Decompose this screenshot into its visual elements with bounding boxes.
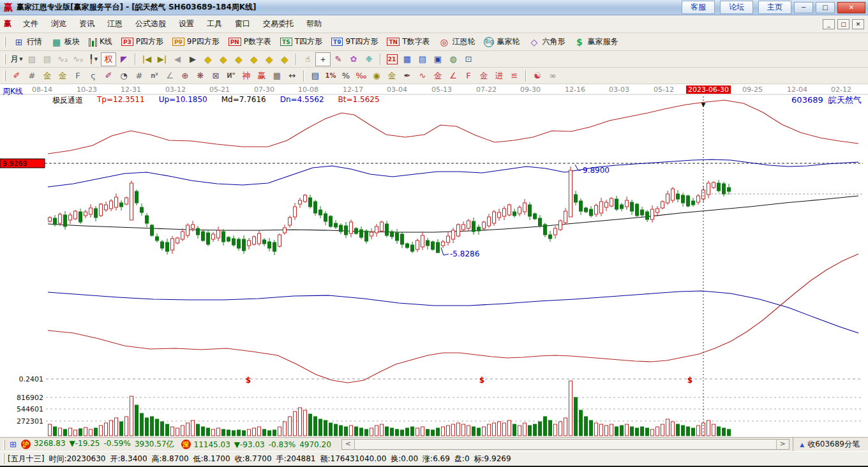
child-restore-button[interactable]: □ (837, 19, 849, 29)
sectors-button[interactable]: ▦板块 (47, 34, 84, 50)
ying-tool-icon[interactable]: 赢 (254, 69, 269, 83)
gold-circle-icon[interactable]: ◉ (369, 69, 384, 83)
angle-measure-icon[interactable]: ∠ (162, 69, 177, 83)
gann-wheel-button[interactable]: ◎江恩轮 (434, 34, 479, 50)
candle-style-dropdown[interactable]: ╿▼ (86, 52, 101, 66)
print-button[interactable]: ⊡ (461, 52, 476, 66)
gann-diamond-star-icon[interactable]: ◆ (277, 52, 292, 66)
scroll-left-button[interactable]: < (342, 440, 355, 449)
t-square-button[interactable]: TST四方形 (276, 34, 327, 50)
nine-p-square-button[interactable]: P99P四方形 (168, 34, 224, 50)
restore-rights-icon[interactable]: 权 (101, 52, 116, 66)
grid-ruler-icon[interactable]: # (24, 69, 40, 83)
trend-tool-icon[interactable]: ≌ (507, 69, 522, 83)
percent-line-icon[interactable]: 1% (323, 69, 338, 83)
flower-mark-button[interactable]: ✿ (346, 52, 361, 66)
network-button[interactable]: ◍ (445, 52, 461, 66)
indicator-colors-icon[interactable]: ◤ (116, 52, 131, 66)
yinyang-icon[interactable]: ☯ (530, 69, 545, 83)
hand-tool-button[interactable]: ☝ (300, 52, 315, 66)
shanghai-index-icon[interactable]: 沪 (21, 440, 31, 449)
forum-link[interactable]: 论坛 (720, 1, 753, 14)
kline-chart-canvas[interactable]: ▼9.8900-5.8286$$$9.92690.240181690254460… (0, 84, 868, 437)
p-square-button[interactable]: P3P四方形 (117, 34, 168, 50)
ma3-icon[interactable]: ∿₃ (55, 52, 70, 66)
measure-lines-icon[interactable]: ▤ (308, 69, 323, 83)
brush2-tool-icon[interactable]: ✐ (101, 69, 116, 83)
menu-tools[interactable]: 工具 (200, 16, 228, 32)
minimize-button[interactable]: ─ (794, 2, 813, 13)
support-link[interactable]: 客服 (682, 1, 715, 14)
child-minimize-button[interactable]: _ (823, 19, 835, 29)
calendar-button[interactable]: 21 (384, 52, 400, 66)
nine-t-square-button[interactable]: T99T四方形 (327, 34, 382, 50)
n-wave-icon[interactable]: И" (223, 69, 239, 83)
save-button[interactable]: ▣ (430, 52, 445, 66)
notes-button[interactable]: ▤ (415, 52, 430, 66)
home-link[interactable]: 主页 (758, 1, 791, 14)
maximize-button[interactable]: □ (816, 2, 835, 13)
n-square-icon[interactable]: n² (147, 69, 162, 83)
hexagon-button[interactable]: ◇六角形 (524, 34, 569, 50)
shenzhen-index-icon[interactable]: 深 (181, 440, 191, 449)
gold-level-icon[interactable]: 金 (384, 69, 400, 83)
angle-line-icon[interactable]: ∠ (445, 69, 461, 83)
percent-tool-icon[interactable]: % (338, 69, 354, 83)
menu-formula-stock-pick[interactable]: 公式选股 (129, 16, 172, 32)
gold-fan-icon[interactable]: 金 (476, 69, 491, 83)
gold-angle-icon[interactable]: 金 (430, 69, 445, 83)
f-line-icon[interactable]: F (461, 69, 476, 83)
gann-diamond-right-icon[interactable]: ◆ (216, 52, 231, 66)
first-page-button[interactable]: |◀ (139, 52, 154, 66)
shen-tool-icon[interactable]: 神 (239, 69, 254, 83)
price-grid-icon[interactable]: # (131, 69, 147, 83)
ma9-icon[interactable]: ∿₉ (70, 52, 86, 66)
gann-wheel-small-icon[interactable]: ❋ (193, 69, 208, 83)
next-page-button[interactable]: ▶ (185, 52, 200, 66)
gann-diamond-plus-icon[interactable]: ◆ (262, 52, 277, 66)
quotes-button[interactable]: ⊞行情 (9, 34, 47, 50)
menu-window[interactable]: 窗口 (228, 16, 257, 32)
span-measure-icon[interactable]: ↔ (285, 69, 300, 83)
speed-line-icon[interactable]: 进 (491, 69, 507, 83)
menu-gann[interactable]: 江恩 (101, 16, 129, 32)
brush-tool-icon[interactable]: ✐ (9, 69, 24, 83)
gann-diamond-left-icon[interactable]: ◆ (200, 52, 216, 66)
gold-grid-icon[interactable]: 金 (40, 69, 55, 83)
count-grid-icon[interactable]: ▦ (269, 69, 285, 83)
quote-board-icon[interactable]: ⊞ (10, 440, 17, 449)
close-button[interactable]: ✕ (837, 2, 865, 13)
last-page-button[interactable]: ▶| (154, 52, 170, 66)
period-month-dropdown[interactable]: 月▼ (9, 52, 24, 66)
crosshair-tool-button[interactable]: ＋ (315, 52, 331, 66)
time-circle-icon[interactable]: ◔ (116, 69, 131, 83)
kline-button[interactable]: K线 (84, 34, 117, 50)
memo-gray-icon[interactable]: ▤ (40, 52, 55, 66)
permille-tool-icon[interactable]: ‰ (354, 69, 369, 83)
gann-diamond-horizontal-icon[interactable]: ◆ (231, 52, 246, 66)
pattern-mark-button[interactable]: ❉ (361, 52, 377, 66)
winner-wheel-button[interactable]: Big赢家轮 (479, 34, 524, 50)
chart-horizontal-scrollbar[interactable]: < > (341, 439, 789, 450)
f-ruler-icon[interactable]: F (70, 69, 86, 83)
menu-browse[interactable]: 浏览 (45, 16, 73, 32)
p-number-table-button[interactable]: PNP数字表 (224, 34, 276, 50)
menu-news[interactable]: 资讯 (73, 16, 101, 32)
scroll-right-button[interactable]: > (776, 440, 789, 449)
menu-help[interactable]: 帮助 (300, 16, 328, 32)
menu-settings[interactable]: 设置 (172, 16, 200, 32)
menu-file[interactable]: 文件 (17, 16, 45, 32)
gann-compass-icon[interactable]: ⊕ (177, 69, 193, 83)
calculator-button[interactable]: ▦ (400, 52, 415, 66)
gann-diamond-cross-icon[interactable]: ◆ (246, 52, 262, 66)
pen-tool-icon[interactable]: ✒ (400, 69, 415, 83)
wave-tool-icon[interactable]: ∿ (415, 69, 430, 83)
menu-trade-entrust[interactable]: 交易委托 (257, 16, 300, 32)
scrollbar-thumb[interactable] (355, 440, 776, 449)
gold-box-icon[interactable]: 金 (55, 69, 70, 83)
infinity-icon[interactable]: ∞ (545, 69, 560, 83)
prev-page-button[interactable]: ◀ (170, 52, 185, 66)
t-number-table-button[interactable]: TNT数字表 (382, 34, 434, 50)
child-close-button[interactable]: ✕ (852, 19, 864, 29)
overlay-chart-icon[interactable]: ▧ (24, 52, 40, 66)
